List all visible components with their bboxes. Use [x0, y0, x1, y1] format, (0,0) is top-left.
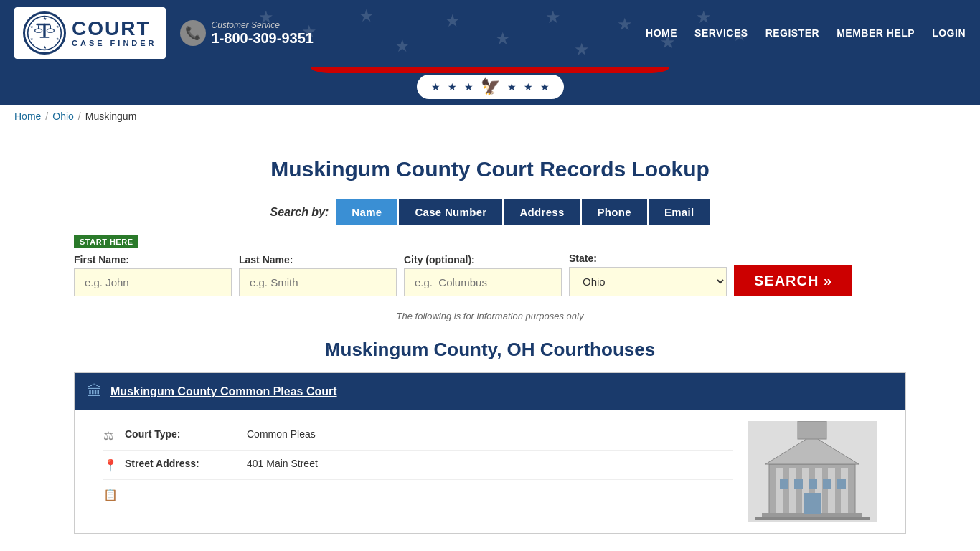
extra-row: 📋 — [103, 480, 733, 509]
nav-register[interactable]: REGISTER — [765, 27, 820, 39]
state-select[interactable]: Ohio — [569, 267, 727, 296]
tab-address[interactable]: Address — [504, 199, 580, 225]
start-here-badge: START HERE — [74, 235, 138, 248]
svg-rect-7 — [43, 24, 45, 37]
courthouse-image — [748, 421, 877, 522]
star-right-1: ★ — [507, 81, 517, 93]
court-type-label: Court Type: — [125, 428, 240, 440]
address-icon: 📍 — [103, 458, 118, 472]
search-form: First Name: Last Name: City (optional): … — [74, 253, 906, 296]
state-field: State: Ohio — [569, 253, 727, 296]
phone-number: 1-800-309-9351 — [212, 30, 314, 47]
breadcrumb-bar: Home / Ohio / Muskingum — [0, 105, 980, 128]
svg-point-9 — [35, 29, 42, 32]
first-name-label: First Name: — [74, 254, 232, 265]
address-row: 📍 Street Address: 401 Main Street — [103, 451, 733, 480]
star-right-2: ★ — [524, 81, 533, 93]
svg-text:★: ★ — [30, 24, 34, 29]
svg-rect-8 — [36, 24, 50, 26]
star-left-2: ★ — [448, 81, 457, 93]
star-left-1: ★ — [431, 81, 440, 93]
breadcrumb-sep-1: / — [45, 110, 48, 122]
phone-info: Customer Service 1-800-309-9351 — [212, 20, 314, 47]
main-content: Muskingum County Court Records Lookup Se… — [60, 128, 920, 551]
logo-text: COURT CASE FINDER — [72, 19, 157, 47]
breadcrumb-current: Muskingum — [85, 110, 137, 122]
svg-text:★: ★ — [43, 45, 47, 50]
svg-rect-17 — [789, 468, 796, 514]
svg-text:★: ★ — [43, 17, 47, 21]
svg-rect-13 — [39, 37, 49, 38]
svg-rect-28 — [794, 479, 803, 489]
court-type-row: ⚖ Court Type: Common Pleas — [103, 421, 733, 451]
svg-rect-30 — [823, 479, 831, 489]
search-button[interactable]: SEARCH » — [734, 265, 852, 296]
site-header: ★ ★ ★ ★ ★ ★ ★ ★ ★ ★ ★ ★ ★ ★ ★ ★ ★ ★ — [0, 0, 980, 66]
svg-rect-16 — [776, 468, 783, 514]
phone-section: 📞 Customer Service 1-800-309-9351 — [180, 20, 314, 47]
address-label: Street Address: — [125, 458, 240, 469]
nav-member-help[interactable]: MEMBER HELP — [837, 27, 915, 39]
courthouse-photo — [748, 421, 877, 522]
courthouse-name-link[interactable]: Muskingum County Common Pleas Court — [110, 385, 337, 398]
last-name-label: Last Name: — [239, 254, 397, 265]
nav-login[interactable]: LOGIN — [932, 27, 966, 39]
header-left: ★ ★ ★ ★ ★ ★ COURT CASE — [14, 7, 314, 59]
svg-rect-32 — [804, 493, 821, 514]
court-type-icon: ⚖ — [103, 429, 118, 443]
extra-icon: 📋 — [103, 488, 118, 501]
logo-subtitle: CASE FINDER — [72, 39, 157, 47]
nav-home[interactable]: HOME — [646, 27, 677, 39]
address-value: 401 Main Street — [247, 458, 318, 469]
info-text: The following is for information purpose… — [74, 311, 906, 321]
svg-rect-29 — [809, 479, 817, 489]
last-name-field: Last Name: — [239, 254, 397, 296]
main-nav: HOME SERVICES REGISTER MEMBER HELP LOGIN — [646, 27, 966, 39]
courthouse-card: 🏛 Muskingum County Common Pleas Court ⚖ … — [74, 372, 906, 534]
first-name-input[interactable] — [74, 268, 232, 296]
phone-icon: 📞 — [180, 20, 206, 46]
svg-rect-26 — [755, 517, 870, 520]
page-title: Muskingum County Court Records Lookup — [74, 157, 906, 182]
breadcrumb: Home / Ohio / Muskingum — [14, 110, 966, 122]
eagle-icon: 🦅 — [481, 77, 500, 96]
search-by-label: Search by: — [270, 206, 329, 219]
breadcrumb-home[interactable]: Home — [14, 110, 41, 122]
logo-title: COURT — [72, 19, 157, 39]
courthouse-info: ⚖ Court Type: Common Pleas 📍 Street Addr… — [103, 421, 733, 522]
city-input[interactable] — [404, 268, 562, 296]
tab-name[interactable]: Name — [336, 199, 397, 225]
breadcrumb-state[interactable]: Ohio — [52, 110, 74, 122]
svg-rect-27 — [780, 479, 788, 489]
last-name-input[interactable] — [239, 268, 397, 296]
search-section: START HERE First Name: Last Name: City (… — [74, 235, 906, 296]
tab-email[interactable]: Email — [649, 199, 710, 225]
nav-services[interactable]: SERVICES — [694, 27, 748, 39]
svg-text:★: ★ — [30, 37, 34, 41]
state-label: State: — [569, 253, 727, 264]
svg-rect-23 — [798, 421, 826, 439]
tab-phone[interactable]: Phone — [582, 199, 647, 225]
logo-container[interactable]: ★ ★ ★ ★ ★ ★ COURT CASE — [14, 7, 166, 59]
courthouse-header: 🏛 Muskingum County Common Pleas Court — [75, 373, 905, 410]
courthouse-icon: 🏛 — [88, 383, 102, 400]
city-label: City (optional): — [404, 254, 562, 265]
star-left-3: ★ — [464, 81, 473, 93]
eagle-banner: ★ ★ ★ 🦅 ★ ★ ★ — [0, 66, 980, 105]
svg-rect-31 — [837, 479, 846, 489]
svg-point-11 — [47, 29, 54, 32]
breadcrumb-sep-2: / — [78, 110, 81, 122]
courthouse-body: ⚖ Court Type: Common Pleas 📍 Street Addr… — [75, 410, 905, 533]
svg-rect-21 — [841, 468, 848, 514]
courthouses-section-title: Muskingum County, OH Courthouses — [74, 339, 906, 361]
search-by-row: Search by: Name Case Number Address Phon… — [74, 199, 906, 225]
court-type-value: Common Pleas — [247, 428, 316, 440]
logo-emblem: ★ ★ ★ ★ ★ ★ — [23, 11, 66, 55]
city-field: City (optional): — [404, 254, 562, 296]
eagle-emblem: ★ ★ ★ 🦅 ★ ★ ★ — [417, 75, 564, 99]
star-right-3: ★ — [540, 81, 550, 93]
svg-rect-20 — [828, 468, 835, 514]
customer-service-label: Customer Service — [212, 20, 314, 30]
first-name-field: First Name: — [74, 254, 232, 296]
tab-case-number[interactable]: Case Number — [399, 199, 502, 225]
